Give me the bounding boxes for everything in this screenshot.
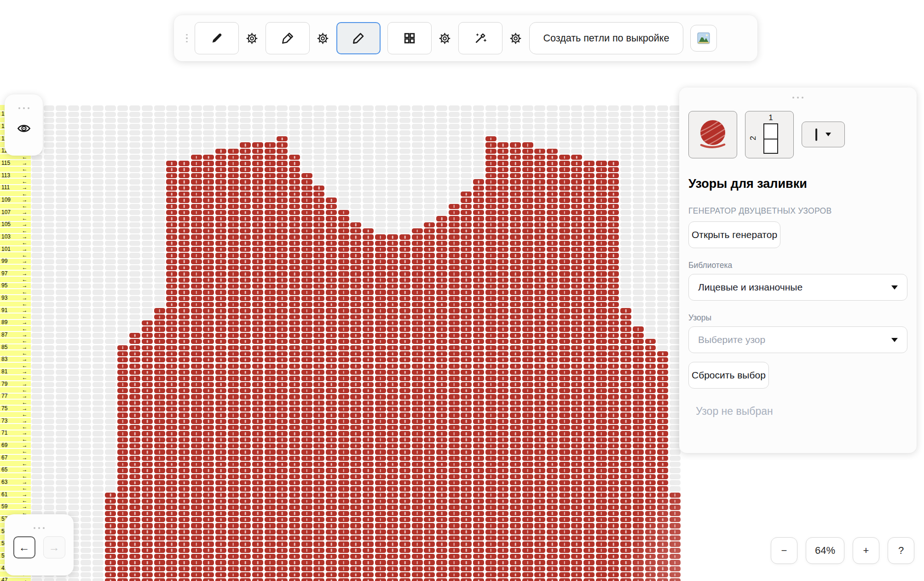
stitch-cell[interactable] [129,572,140,577]
stitch-cell[interactable] [596,511,607,516]
stitch-cell[interactable] [485,517,497,522]
empty-cell[interactable] [215,130,226,135]
stitch-cell[interactable] [547,167,558,172]
stitch-cell[interactable] [289,198,300,203]
stitch-cell[interactable] [620,376,631,381]
empty-cell[interactable] [338,179,349,184]
stitch-cell[interactable] [338,333,349,338]
empty-cell[interactable] [44,161,55,166]
stitch-cell[interactable] [497,499,508,504]
stitch-cell[interactable] [191,155,202,160]
stitch-cell[interactable] [191,407,202,412]
stitch-cell[interactable] [436,449,447,454]
stitch-cell[interactable] [387,578,398,581]
stitch-cell[interactable] [596,376,607,381]
stitch-cell[interactable] [240,407,251,412]
stitch-cell[interactable] [129,511,140,516]
empty-cell[interactable] [620,173,631,178]
empty-cell[interactable] [571,130,582,135]
empty-cell[interactable] [449,186,460,191]
stitch-cell[interactable] [142,486,153,491]
stitch-cell[interactable] [215,364,226,369]
stitch-cell[interactable] [375,480,386,485]
stitch-cell[interactable] [265,253,276,258]
empty-cell[interactable] [81,560,92,565]
stitch-cell[interactable] [326,462,337,467]
empty-cell[interactable] [559,149,570,154]
stitch-cell[interactable] [387,425,398,430]
stitch-cell[interactable] [338,499,349,504]
stitch-cell[interactable] [313,407,324,412]
empty-cell[interactable] [68,198,79,203]
yarn-color-button[interactable] [688,111,737,158]
stitch-cell[interactable] [497,566,508,571]
stitch-cell[interactable] [473,388,484,393]
stitch-cell[interactable] [522,443,533,448]
empty-cell[interactable] [596,112,607,117]
stitch-cell[interactable] [363,290,374,295]
pen-settings-button[interactable] [317,22,329,54]
stitch-cell[interactable] [583,517,595,522]
stitch-cell[interactable] [166,173,177,178]
stitch-cell[interactable] [301,320,312,325]
empty-cell[interactable] [56,394,67,399]
stitch-cell[interactable] [142,566,153,571]
empty-cell[interactable] [387,149,398,154]
stitch-cell[interactable] [191,376,202,381]
empty-cell[interactable] [670,468,681,473]
stitch-cell[interactable] [117,474,128,479]
stitch-cell[interactable] [289,578,300,581]
stitch-cell[interactable] [399,468,410,473]
stitch-cell[interactable] [179,456,190,461]
stitch-cell[interactable] [596,535,607,540]
empty-cell[interactable] [154,173,165,178]
stitch-cell[interactable] [117,431,128,436]
stitch-cell[interactable] [277,364,288,369]
empty-cell[interactable] [326,112,337,117]
stitch-cell[interactable] [179,394,190,399]
stitch-cell[interactable] [252,437,263,442]
empty-cell[interactable] [68,431,79,436]
stitch-cell[interactable] [326,216,337,221]
stitch-cell[interactable] [571,345,582,350]
empty-cell[interactable] [56,382,67,387]
stitch-cell[interactable] [436,505,447,510]
stitch-cell[interactable] [277,210,288,215]
stitch-cell[interactable] [387,376,398,381]
empty-cell[interactable] [497,118,508,123]
stitch-cell[interactable] [166,278,177,283]
stitch-cell[interactable] [497,535,508,540]
stitch-cell[interactable] [350,505,361,510]
stitch-cell[interactable] [326,222,337,227]
stitch-cell[interactable] [289,541,300,546]
stitch-cell[interactable] [485,572,497,577]
empty-cell[interactable] [338,149,349,154]
stitch-cell[interactable] [571,204,582,209]
stitch-cell[interactable] [117,462,128,467]
empty-cell[interactable] [399,216,410,221]
empty-cell[interactable] [117,278,128,283]
stitch-cell[interactable] [583,198,595,203]
stitch-cell[interactable] [350,265,361,270]
stitch-cell[interactable] [571,480,582,485]
empty-cell[interactable] [31,186,42,191]
empty-cell[interactable] [424,118,435,123]
stitch-cell[interactable] [203,554,214,559]
stitch-cell[interactable] [252,517,263,522]
stitch-cell[interactable] [510,376,521,381]
empty-cell[interactable] [596,149,607,154]
stitch-cell[interactable] [301,290,312,295]
empty-cell[interactable] [68,112,79,117]
stitch-cell[interactable] [387,486,398,491]
stitch-cell[interactable] [301,517,312,522]
stitch-cell[interactable] [399,407,410,412]
stitch-cell[interactable] [559,388,570,393]
empty-cell[interactable] [129,118,140,123]
empty-cell[interactable] [92,345,104,350]
empty-cell[interactable] [142,204,153,209]
stitch-cell[interactable] [510,425,521,430]
stitch-cell[interactable] [571,155,582,160]
stitch-cell[interactable] [436,474,447,479]
stitch-cell[interactable] [559,253,570,258]
stitch-cell[interactable] [252,222,263,227]
